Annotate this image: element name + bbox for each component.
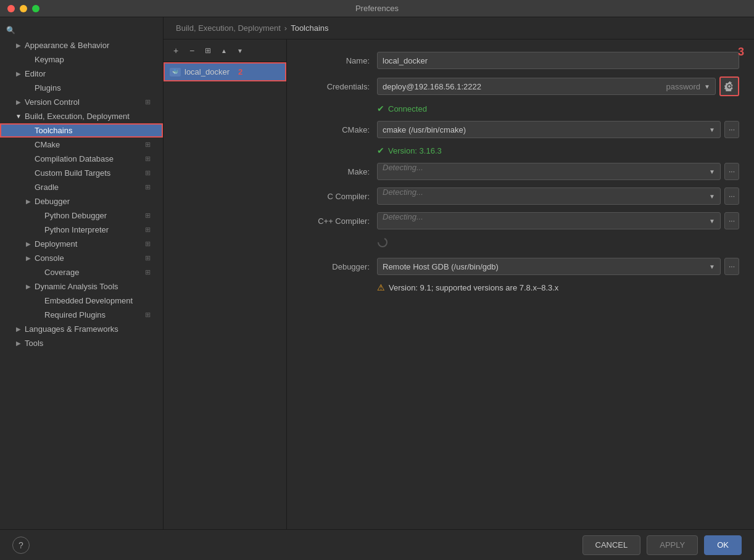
sidebar-item-python-interpreter[interactable]: ▶ Python Interpreter ⊞	[0, 223, 163, 237]
debugger-more-button[interactable]: ···	[724, 258, 739, 275]
sidebar-item-cmake[interactable]: ▶ CMake ⊞	[0, 138, 163, 152]
gear-icon	[724, 81, 734, 91]
sidebar: 🔍 ▶ Appearance & Behavior ▶ Keymap ▶ Edi…	[0, 17, 164, 529]
sidebar-item-debugger[interactable]: ▶ Debugger	[0, 194, 163, 208]
sidebar-item-build-execution[interactable]: ▼ Build, Execution, Deployment	[0, 109, 163, 123]
c-compiler-more-button[interactable]: ···	[724, 187, 739, 205]
cpp-compiler-dropdown-arrow: ▼	[709, 218, 715, 224]
remove-toolchain-button[interactable]: −	[184, 43, 199, 58]
make-row: Make: Detecting... ▼ ···	[302, 163, 739, 180]
move-down-toolchain-button[interactable]: ▼	[233, 43, 247, 58]
sidebar-item-coverage[interactable]: ▶ Coverage ⊞	[0, 265, 163, 279]
minimize-button[interactable]	[20, 5, 27, 12]
sidebar-item-deployment[interactable]: ▶ Deployment ⊞	[0, 237, 163, 251]
debugger-value-container: Remote Host GDB (/usr/bin/gdb) ▼ ···	[377, 258, 739, 275]
name-value-container	[377, 52, 739, 69]
make-more-button[interactable]: ···	[724, 163, 739, 180]
cmake-more-button[interactable]: ···	[724, 121, 739, 138]
sidebar-item-plugins[interactable]: ▶ Plugins	[0, 81, 163, 95]
credentials-dropdown-arrow: ▼	[704, 83, 710, 90]
ok-button[interactable]: OK	[704, 535, 742, 555]
arrow-icon: ▶	[22, 283, 35, 290]
sidebar-item-python-debugger[interactable]: ▶ Python Debugger ⊞	[0, 208, 163, 223]
toolchain-list: + − ⊞ ▲ ▼ 🐳 local_docker 2	[164, 39, 287, 529]
bottom-bar: ? CANCEL APPLY OK	[0, 529, 754, 560]
arrow-icon: ▶	[22, 241, 35, 247]
name-input[interactable]	[377, 52, 739, 69]
c-compiler-label: C Compiler:	[302, 192, 370, 201]
debugger-warning-row: ⚠ Version: 9.1; supported versions are 7…	[302, 282, 739, 292]
badge-icon: ⊞	[143, 240, 152, 249]
credentials-settings-button[interactable]	[719, 76, 739, 96]
sidebar-item-version-control[interactable]: ▶ Version Control ⊞	[0, 95, 163, 109]
credentials-row: Credentials: deploy@192.168.56.1:2222 pa…	[302, 76, 739, 96]
cpp-compiler-value-container: Detecting... ▼ ···	[377, 212, 739, 229]
cmake-check-icon: ✔	[377, 146, 384, 155]
arrow-icon: ▶	[12, 70, 25, 77]
credentials-value-container: deploy@192.168.56.1:2222 password ▼	[377, 76, 739, 96]
credentials-field[interactable]: deploy@192.168.56.1:2222 password ▼	[377, 78, 716, 95]
credentials-type: password	[666, 82, 700, 91]
sidebar-item-toolchains[interactable]: ▶ Toolchains	[0, 123, 163, 138]
sidebar-item-editor[interactable]: ▶ Editor	[0, 67, 163, 81]
badge-icon: ⊞	[143, 183, 152, 192]
move-up-toolchain-button[interactable]: ▲	[217, 43, 231, 58]
breadcrumb-parent[interactable]: Build, Execution, Deployment	[176, 23, 281, 33]
add-toolchain-button[interactable]: +	[168, 43, 183, 58]
sidebar-item-dynamic-analysis[interactable]: ▶ Dynamic Analysis Tools	[0, 279, 163, 294]
apply-button[interactable]: APPLY	[647, 535, 698, 555]
sidebar-search[interactable]: 🔍	[0, 22, 163, 38]
sidebar-item-console[interactable]: ▶ Console ⊞	[0, 251, 163, 265]
arrow-icon: ▶	[12, 326, 25, 332]
badge-icon: ⊞	[143, 141, 152, 149]
search-icon: 🔍	[6, 26, 15, 35]
arrow-icon: ▶	[12, 340, 25, 347]
toolchain-type-icon: 🐳	[170, 68, 181, 76]
arrow-icon: ▶	[12, 99, 25, 105]
sidebar-item-keymap[interactable]: ▶ Keymap	[0, 52, 163, 67]
arrow-icon: ▶	[22, 198, 35, 205]
make-dropdown[interactable]: Detecting... ▼	[377, 163, 721, 180]
cmake-dropdown[interactable]: cmake (/usr/bin/cmake) ▼	[377, 121, 721, 138]
badge-icon: ⊞	[143, 268, 152, 277]
badge-icon: ⊞	[143, 311, 152, 319]
sidebar-item-required-plugins[interactable]: ▶ Required Plugins ⊞	[0, 308, 163, 322]
cmake-value: cmake (/usr/bin/cmake)	[383, 125, 466, 134]
copy-toolchain-button[interactable]: ⊞	[201, 43, 215, 58]
cmake-label: CMake:	[302, 125, 370, 134]
cancel-button[interactable]: CANCEL	[582, 535, 641, 555]
loading-spinner	[302, 237, 739, 250]
sidebar-item-compilation-database[interactable]: ▶ Compilation Database ⊞	[0, 152, 163, 166]
corner-annotation: 3	[738, 46, 744, 59]
c-compiler-dropdown[interactable]: Detecting... ▼	[377, 187, 721, 205]
toolchain-list-number: 2	[238, 67, 242, 76]
window-controls[interactable]	[7, 5, 39, 12]
sidebar-item-gradle[interactable]: ▶ Gradle ⊞	[0, 180, 163, 194]
window-title: Preferences	[355, 4, 399, 13]
sidebar-item-custom-build-targets[interactable]: ▶ Custom Build Targets ⊞	[0, 166, 163, 180]
sidebar-item-tools[interactable]: ▶ Tools	[0, 336, 163, 350]
title-bar: Preferences	[0, 0, 754, 17]
c-compiler-value: Detecting...	[383, 187, 709, 205]
arrow-icon: ▼	[12, 113, 25, 120]
maximize-button[interactable]	[32, 5, 39, 12]
cpp-compiler-dropdown[interactable]: Detecting... ▼	[377, 212, 721, 229]
debugger-dropdown-arrow: ▼	[709, 263, 715, 270]
debugger-dropdown[interactable]: Remote Host GDB (/usr/bin/gdb) ▼	[377, 258, 721, 275]
debugger-warn-icon: ⚠	[377, 282, 385, 292]
help-button[interactable]: ?	[12, 537, 30, 554]
name-row: Name:	[302, 52, 739, 69]
cpp-compiler-more-button[interactable]: ···	[724, 212, 739, 229]
close-button[interactable]	[7, 5, 15, 12]
sidebar-item-languages-frameworks[interactable]: ▶ Languages & Frameworks	[0, 322, 163, 336]
breadcrumb-current: Toolchains	[291, 23, 328, 33]
cpp-compiler-value: Detecting...	[383, 212, 709, 229]
c-compiler-row: C Compiler: Detecting... ▼ ···	[302, 187, 739, 205]
sidebar-item-appearance[interactable]: ▶ Appearance & Behavior	[0, 38, 163, 52]
toolchain-toolbar: + − ⊞ ▲ ▼	[164, 39, 286, 62]
credentials-label: Credentials:	[302, 82, 370, 91]
sidebar-item-embedded-development[interactable]: ▶ Embedded Development	[0, 294, 163, 308]
content-area: Build, Execution, Deployment › Toolchain…	[164, 17, 754, 529]
cpp-compiler-label: C++ Compiler:	[302, 216, 370, 226]
toolchain-item-local-docker[interactable]: 🐳 local_docker 2	[164, 62, 286, 81]
